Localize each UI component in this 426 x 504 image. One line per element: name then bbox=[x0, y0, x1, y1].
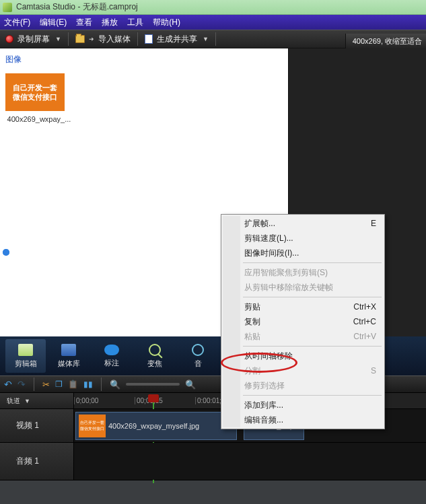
ctx-shortcut: Ctrl+X bbox=[353, 302, 376, 312]
folder-icon bbox=[75, 35, 85, 43]
ctx-separator bbox=[243, 262, 382, 263]
ctx-separator bbox=[243, 346, 382, 347]
ctx-label: 编辑音频... bbox=[244, 415, 283, 426]
document-icon bbox=[145, 34, 153, 44]
audio-track: 音频 1 bbox=[0, 443, 426, 480]
magnifier-icon bbox=[149, 344, 161, 356]
ctx-separator bbox=[243, 297, 382, 297]
tab-library[interactable]: 媒体库 bbox=[48, 339, 89, 373]
ctx-item[interactable]: 编辑音频... bbox=[223, 412, 383, 427]
ctx-shortcut: Ctrl+C bbox=[353, 317, 376, 326]
audio-track-label: 音频 1 bbox=[16, 456, 39, 467]
ctx-shortcut: S bbox=[371, 366, 376, 375]
chevron-down-icon[interactable]: ▼ bbox=[55, 36, 61, 42]
menu-edit[interactable]: 编辑(E) bbox=[40, 17, 67, 28]
record-button[interactable]: 录制屏幕 bbox=[17, 34, 50, 45]
redo-icon[interactable]: ↷ bbox=[17, 379, 26, 390]
context-menu: 扩展帧...E剪辑速度(L)...图像时间段(I)...应用智能聚焦到剪辑(S)… bbox=[221, 214, 385, 429]
link-icon[interactable] bbox=[3, 249, 9, 256]
ctx-label: 分割 bbox=[244, 365, 260, 377]
tab-clipbin[interactable]: 剪辑箱 bbox=[5, 339, 46, 373]
chevron-down-icon[interactable]: ▼ bbox=[24, 398, 30, 404]
ctx-label: 应用智能聚焦到剪辑(S) bbox=[244, 267, 328, 279]
clip-label: 400x269_wxpay_... bbox=[5, 115, 73, 123]
ctx-item[interactable]: 复制Ctrl+C bbox=[223, 314, 383, 329]
ctx-item[interactable]: 图像时间段(I)... bbox=[223, 246, 383, 260]
ctx-label: 添加到库... bbox=[244, 400, 283, 411]
ctx-item: 应用智能聚焦到剪辑(S) bbox=[223, 265, 383, 280]
preview-size-bar[interactable]: 400x269, 收缩至适合 bbox=[345, 34, 426, 48]
ctx-label: 扩展帧... bbox=[244, 218, 275, 229]
clip-name: 400x269_wxpay_myself.jpg bbox=[108, 422, 199, 430]
menu-view[interactable]: 查看 bbox=[76, 17, 92, 28]
undo-icon[interactable]: ↶ bbox=[4, 379, 12, 390]
window-title: Camtasia Studio - 无标题.camproj bbox=[16, 1, 138, 13]
ctx-item[interactable]: 剪贴Ctrl+X bbox=[223, 299, 383, 314]
ctx-label: 复制 bbox=[244, 316, 260, 328]
media-icon bbox=[61, 344, 76, 356]
menu-play[interactable]: 播放 bbox=[102, 17, 118, 28]
ctx-item[interactable]: 添加到库... bbox=[223, 398, 383, 412]
ctx-item: 从剪辑中移除缩放关键帧 bbox=[223, 280, 383, 295]
tab-callouts[interactable]: 标注 bbox=[92, 339, 132, 373]
cut-icon[interactable]: ✂ bbox=[42, 380, 50, 390]
record-icon bbox=[5, 35, 13, 43]
copy-icon[interactable]: ❐ bbox=[55, 380, 63, 389]
split-icon[interactable]: ▮▮ bbox=[83, 380, 93, 389]
tab-audio[interactable]: 音 bbox=[178, 339, 218, 373]
ctx-item[interactable]: 剪辑速度(L)... bbox=[223, 231, 383, 246]
audio-icon bbox=[192, 344, 204, 356]
ctx-item: 修剪到选择 bbox=[223, 378, 383, 393]
ctx-item[interactable]: 从时间轴移除 bbox=[223, 349, 383, 363]
ctx-item: 粘贴Ctrl+V bbox=[223, 329, 383, 344]
callout-icon bbox=[104, 345, 119, 355]
clip-thumbnail-icon: 自己开发一套 微信支付接口 bbox=[79, 415, 106, 437]
clip-item[interactable]: 自己开发一套 微信支付接口 400x269_wxpay_... bbox=[5, 73, 73, 123]
ctx-item: 分割S bbox=[223, 363, 383, 378]
zoom-in-icon[interactable]: 🔍 bbox=[185, 380, 196, 390]
menu-bar: 文件(F) 编辑(E) 查看 播放 工具 帮助(H) bbox=[0, 15, 426, 30]
ctx-label: 剪贴 bbox=[244, 301, 260, 313]
paste-icon[interactable]: 📋 bbox=[68, 380, 78, 389]
ctx-shortcut: Ctrl+V bbox=[353, 332, 376, 341]
ctx-shortcut: E bbox=[371, 219, 376, 228]
clipbin-section-title: 图像 bbox=[5, 54, 283, 65]
preview-size-label: 400x269, 收缩至适合 bbox=[353, 36, 422, 46]
zoom-out-icon[interactable]: 🔍 bbox=[110, 380, 120, 390]
menu-help[interactable]: 帮助(H) bbox=[153, 17, 180, 28]
zoom-slider[interactable] bbox=[126, 383, 180, 386]
clip-thumbnail: 自己开发一套 微信支付接口 bbox=[5, 73, 65, 111]
chevron-down-icon[interactable]: ▼ bbox=[203, 36, 209, 42]
ctx-label: 从时间轴移除 bbox=[244, 351, 293, 362]
ctx-item[interactable]: 扩展帧...E bbox=[223, 216, 383, 231]
ctx-label: 图像时间段(I)... bbox=[244, 248, 299, 259]
ctx-label: 从剪辑中移除缩放关键帧 bbox=[244, 282, 333, 293]
file-icon bbox=[18, 344, 33, 356]
ruler-track-label: 轨道 bbox=[7, 396, 20, 406]
ctx-label: 粘贴 bbox=[244, 331, 260, 343]
video-track-label: 视频 1 bbox=[16, 420, 39, 431]
ctx-separator bbox=[243, 395, 382, 396]
produce-button[interactable]: 生成并共享 bbox=[157, 34, 197, 45]
video-clip[interactable]: 自己开发一套 微信支付接口 400x269_wxpay_myself.jpg bbox=[75, 412, 237, 440]
app-icon bbox=[3, 3, 12, 12]
arrow-icon: ➜ bbox=[89, 36, 94, 42]
tab-zoom[interactable]: 变焦 bbox=[135, 339, 175, 373]
ctx-label: 修剪到选择 bbox=[244, 380, 285, 392]
ctx-label: 剪辑速度(L)... bbox=[244, 233, 293, 244]
import-button[interactable]: 导入媒体 bbox=[98, 34, 131, 45]
title-bar: Camtasia Studio - 无标题.camproj bbox=[0, 0, 426, 15]
menu-tools[interactable]: 工具 bbox=[127, 17, 143, 28]
menu-file[interactable]: 文件(F) bbox=[4, 17, 30, 28]
